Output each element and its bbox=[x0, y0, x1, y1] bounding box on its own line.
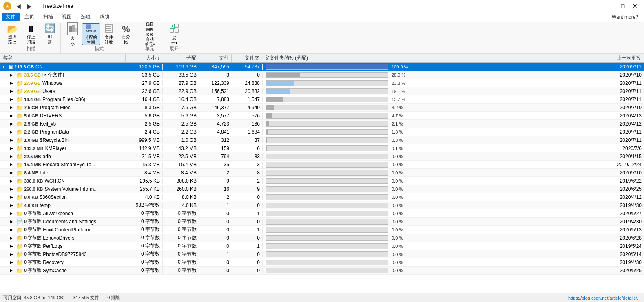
size-cell: 8.3 GB bbox=[126, 105, 162, 110]
expand-icon[interactable]: ▶ bbox=[10, 170, 15, 175]
file-count-button[interactable]: 文件计数 bbox=[101, 23, 117, 45]
expand-icon[interactable]: ▶ bbox=[10, 89, 15, 93]
table-row[interactable]: ▶📁7.5 GBProgram Files8.3 GB7.5 GB46,3774… bbox=[0, 104, 644, 112]
maximize-button[interactable]: □ bbox=[617, 0, 629, 12]
refresh-button[interactable]: 🔄 刷新 bbox=[41, 23, 59, 45]
menu-options[interactable]: 选项 bbox=[77, 13, 95, 21]
table-row[interactable]: ▶📁8.4 MBIntel8.4 MB8.4 MB280.0 %2020/7/1… bbox=[0, 169, 644, 177]
expand-icon[interactable]: ▶ bbox=[10, 146, 15, 150]
col-alloc-header[interactable]: 分配 bbox=[162, 54, 199, 62]
table-row[interactable]: ▶📁0 字节数Recovery0 字节数0 字节数000.0 %2019/4/3… bbox=[0, 258, 644, 267]
table-row[interactable]: ▶📁33.5 GB[3 个文件]33.5 GB33.5 GB3028.0 %20… bbox=[0, 71, 644, 79]
expand-icon[interactable]: ▶ bbox=[10, 121, 15, 126]
table-row[interactable]: ▶📁0 字节数PhotosDB972758430 字节数0 字节数100.0 %… bbox=[0, 250, 644, 258]
expand-icon[interactable]: ▶ bbox=[10, 73, 15, 77]
bar-cell: 0.0 % bbox=[262, 194, 595, 200]
expand-icon[interactable]: ▶ bbox=[10, 162, 15, 167]
stop-scan-button[interactable]: ⏸ 停止扫描 bbox=[22, 23, 40, 45]
col-name-header[interactable]: 名字 bbox=[0, 54, 126, 62]
size-mode-button[interactable]: 大小 bbox=[64, 23, 81, 45]
menu-scan[interactable]: 扫描 bbox=[39, 13, 57, 21]
expand-icon[interactable]: ▶ bbox=[10, 105, 15, 110]
item-name: [3 个文件] bbox=[42, 71, 64, 78]
svg-rect-2 bbox=[69, 26, 72, 32]
table-row[interactable]: ▶📁0 字节数Foxit ContentPlatform0 字节数0 字节数01… bbox=[0, 226, 644, 234]
excluded-status: 0 排除 bbox=[107, 295, 120, 301]
title-bar: ★ ◀ ▶ │ TreeSize Free – □ ✕ bbox=[0, 0, 644, 12]
expand-icon[interactable]: ▶ bbox=[10, 252, 15, 256]
expand-icon[interactable]: ▶ bbox=[10, 154, 15, 159]
expand-icon[interactable]: ▶ bbox=[10, 187, 15, 191]
expand-icon[interactable]: ▶ bbox=[10, 211, 15, 216]
expand-icon[interactable]: ▶ bbox=[10, 236, 15, 240]
minimize-button[interactable]: – bbox=[605, 0, 616, 12]
table-row[interactable]: ▶📁27.9 GBWindows27.9 GB27.9 GB122,33924,… bbox=[0, 79, 644, 87]
table-row[interactable]: ▶📁1.0 GB$Recycle.Bin999.5 MB1.0 GB312370… bbox=[0, 136, 644, 144]
expand-icon[interactable]: ▶ bbox=[10, 113, 15, 118]
table-row[interactable]: ▶📁2.2 GBProgramData2.4 GB2.2 GB4,8411,68… bbox=[0, 128, 644, 136]
expand-icon[interactable]: ▼ bbox=[2, 64, 7, 69]
table-row[interactable]: ▶📁308.0 KBWCH.CN295.5 KB308.0 KB920.0 %2… bbox=[0, 177, 644, 185]
select-path-button[interactable]: 📂 选择路径 bbox=[3, 23, 21, 45]
table-row[interactable]: ▶📁0 字节数AliWorkbench0 字节数0 字节数010.0 %2020… bbox=[0, 209, 644, 218]
table-row[interactable]: ▶📁0 字节数SymCache0 字节数0 字节数000.0 %2020/5/2… bbox=[0, 267, 644, 275]
table-row[interactable]: ▶📁143.2 MBKMPlayer142.9 MB143.2 MB15960.… bbox=[0, 144, 644, 152]
col-size-header[interactable]: 大小 ↓ bbox=[126, 54, 162, 62]
expand-icon[interactable]: ▶ bbox=[10, 227, 15, 232]
stop-icon: ⏸ bbox=[27, 24, 35, 35]
files-cell: 156,521 bbox=[199, 88, 232, 94]
table-row[interactable]: ▶📁0 字节数LenovoDrivers0 字节数0 字节数000.0 %202… bbox=[0, 234, 644, 242]
expand-icon[interactable]: ▶ bbox=[10, 203, 15, 207]
pct-label: 0.0 % bbox=[392, 244, 403, 249]
expand-icon[interactable]: ▶ bbox=[10, 179, 15, 183]
auto-unit-button[interactable]: GB MB KB 自动单元▾ bbox=[139, 23, 160, 45]
table-row[interactable]: ▶📁22.5 MBadb21.5 MB22.5 MB794830.0 %2020… bbox=[0, 152, 644, 161]
table-row[interactable]: ▶📄0 字节数Documents and Settings0 字节数0 字节数0… bbox=[0, 218, 644, 226]
date-cell: 2020/7/10 bbox=[595, 170, 644, 176]
files-cell: 3,577 bbox=[199, 113, 232, 119]
expand-icon[interactable]: ▶ bbox=[10, 195, 15, 199]
expand-icon[interactable]: ▶ bbox=[10, 97, 15, 101]
tree-area[interactable]: ▼🖥119.6 GBC:\120.5 GB119.6 GB347,59554,7… bbox=[0, 63, 644, 293]
expand-icon[interactable]: ▶ bbox=[10, 138, 15, 142]
menu-home[interactable]: 主页 bbox=[20, 13, 38, 21]
table-row[interactable]: ▶📁260.0 KBSystem Volume Inform...255.7 K… bbox=[0, 185, 644, 193]
want-more-link[interactable]: Want more? bbox=[608, 13, 642, 21]
table-row[interactable]: ▶📁8.0 KB$360Section4.0 KB8.0 KB200.0 %20… bbox=[0, 193, 644, 201]
table-row[interactable]: ▶📁16.4 GBProgram Files (x86)16.4 GB16.4 … bbox=[0, 95, 644, 104]
expand-icon[interactable]: ▶ bbox=[10, 130, 15, 134]
link-status[interactable]: https://blog.csdn.net/article/details/..… bbox=[568, 295, 641, 300]
close-button[interactable]: ✕ bbox=[629, 0, 641, 12]
table-row[interactable]: ▶📁15.4 MBElecard StreamEye To...15.3 MB1… bbox=[0, 161, 644, 169]
table-row[interactable]: ▶📁5.6 GBDRIVERS5.6 GB5.6 GB3,5775764.7 %… bbox=[0, 112, 644, 120]
expand-icon[interactable]: ▶ bbox=[10, 244, 15, 248]
col-folders-header[interactable]: 文件夹 bbox=[232, 54, 262, 62]
menu-file[interactable]: 文件 bbox=[2, 13, 20, 21]
date-cell: 2020/7/11 bbox=[595, 129, 644, 135]
folder-icon: 📁 bbox=[16, 251, 23, 258]
expand-icon[interactable]: ▶ bbox=[10, 81, 15, 85]
table-row[interactable]: ▶📁4.0 KBtemp932 字节数4.0 KB100.0 %2019/4/3… bbox=[0, 201, 644, 209]
alloc-space-button[interactable]: GBMB 分配的空间 bbox=[82, 23, 100, 45]
table-row[interactable]: ▼🖥119.6 GBC:\120.5 GB119.6 GB347,59554,7… bbox=[0, 63, 644, 71]
alloc-cell: 33.5 GB bbox=[162, 72, 199, 78]
expand-icon[interactable]: ▶ bbox=[10, 260, 15, 265]
menu-view[interactable]: 视图 bbox=[58, 13, 76, 21]
back-button[interactable]: ◀ bbox=[14, 2, 23, 10]
table-row[interactable]: ▶📁2.5 GBKeil_v52.5 GB2.5 GB4,7231362.1 %… bbox=[0, 120, 644, 128]
bar-cell: 0.0 % bbox=[262, 203, 595, 208]
expand-icon[interactable]: ▶ bbox=[10, 268, 15, 273]
table-row[interactable]: ▶📁0 字节数PerfLogs0 字节数0 字节数010.0 %2019/5/2… bbox=[0, 242, 644, 250]
col-files-header[interactable]: 文件 bbox=[199, 54, 232, 62]
date-cell: 2020/7/11 bbox=[595, 97, 644, 102]
expand-button[interactable]: 展开▾ bbox=[165, 23, 183, 45]
menu-help[interactable]: 帮助 bbox=[95, 13, 113, 21]
percent-mode-button[interactable]: % 百分比 bbox=[118, 23, 134, 45]
table-row[interactable]: ▶📁22.9 GBUsers22.6 GB22.9 GB156,52120,83… bbox=[0, 87, 644, 95]
col-date-header[interactable]: 上一次更改 bbox=[595, 54, 644, 62]
expand-icon[interactable]: ▶ bbox=[10, 219, 15, 224]
size-badge: 1.0 GB bbox=[24, 138, 38, 143]
forward-button[interactable]: ▶ bbox=[25, 2, 34, 10]
alloc-cell: 27.9 GB bbox=[162, 80, 199, 86]
size-cell: 16.4 GB bbox=[126, 97, 162, 102]
